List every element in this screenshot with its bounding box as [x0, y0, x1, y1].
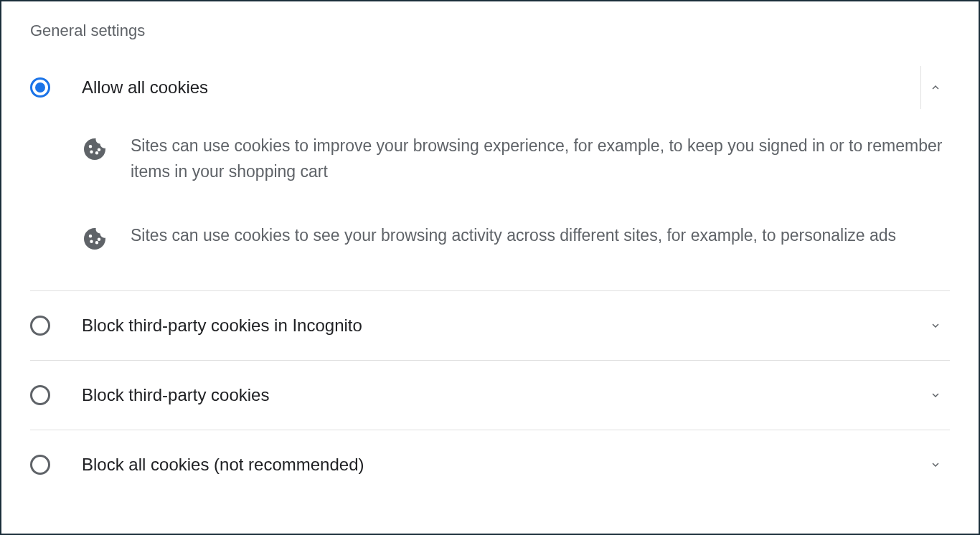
settings-panel: General settings Allow all cookies Sites…	[0, 0, 980, 535]
detail-text: Sites can use cookies to see your browsi…	[131, 223, 896, 249]
radio-block-third-party-incognito[interactable]	[30, 316, 50, 336]
expand-button[interactable]	[921, 450, 950, 479]
expand-button[interactable]	[921, 381, 950, 409]
option-block-all-cookies[interactable]: Block all cookies (not recommended)	[30, 430, 950, 499]
option-block-third-party[interactable]: Block third-party cookies	[30, 360, 950, 430]
section-title: General settings	[1, 22, 979, 53]
option-label: Block third-party cookies in Incognito	[82, 316, 921, 336]
option-details: Sites can use cookies to improve your br…	[1, 133, 979, 252]
cookie-icon	[82, 226, 108, 252]
option-allow-all-cookies[interactable]: Allow all cookies	[1, 53, 979, 122]
detail-item: Sites can use cookies to see your browsi…	[82, 223, 950, 252]
radio-block-all-cookies[interactable]	[30, 455, 50, 475]
radio-block-third-party[interactable]	[30, 385, 50, 405]
cookie-icon	[82, 136, 108, 162]
chevron-down-icon	[929, 389, 942, 402]
option-label: Allow all cookies	[82, 77, 921, 98]
chevron-up-icon	[929, 81, 942, 94]
option-label: Block all cookies (not recommended)	[82, 455, 921, 475]
option-label: Block third-party cookies	[82, 385, 921, 405]
chevron-down-icon	[929, 319, 942, 332]
detail-text: Sites can use cookies to improve your br…	[131, 133, 950, 184]
collapse-button[interactable]	[921, 73, 950, 102]
chevron-down-icon	[929, 458, 942, 471]
option-block-third-party-incognito[interactable]: Block third-party cookies in Incognito	[30, 290, 950, 360]
detail-item: Sites can use cookies to improve your br…	[82, 133, 950, 184]
radio-allow-all-cookies[interactable]	[30, 77, 50, 98]
expand-button[interactable]	[921, 311, 950, 340]
